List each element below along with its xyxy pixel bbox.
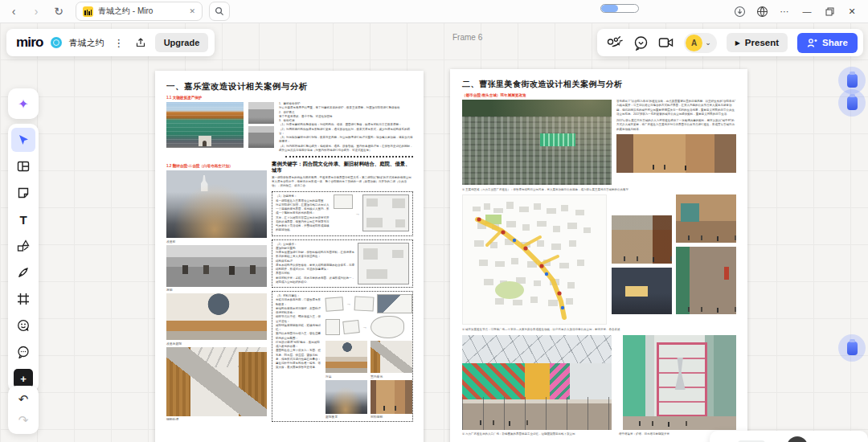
share-label: Share xyxy=(822,38,848,47)
select-tool[interactable] xyxy=(11,128,35,152)
comment-tool[interactable] xyxy=(11,340,35,364)
analysis-box-1-diagrams: → xyxy=(334,194,409,232)
analysis-box-2-plan xyxy=(358,243,409,284)
axon-sketches-row2: → xyxy=(326,316,412,338)
board-document-poster2[interactable]: 二、曹张里美食街改造设计相关案例与分析 （都市合院·南头古城）双年展展览改造 首… xyxy=(450,69,747,442)
browser-tab[interactable]: 青城之约 - Miro ✕ xyxy=(76,2,203,21)
photo-detail-1-caption: 厅堂 xyxy=(326,374,367,379)
window-restore-button[interactable] xyxy=(820,2,839,21)
window-close-button[interactable]: ✕ xyxy=(842,2,862,21)
frame-icon xyxy=(17,293,30,305)
screenshot-root: ‹ › ↻ 青城之约 - Miro ✕ ⋯ — ✕ xyxy=(0,0,868,442)
frame-tool[interactable] xyxy=(11,287,35,311)
board-menu-button[interactable]: ⋮ xyxy=(112,37,126,49)
present-label: Present xyxy=(745,38,779,47)
undo-button[interactable]: ↶ xyxy=(11,389,35,410)
browser-profile-button[interactable] xyxy=(752,2,772,21)
axon-sketches-row1: → xyxy=(326,294,412,313)
tab-title: 青城之约 - Miro xyxy=(98,6,184,17)
poster1-section2-label: 1.2 翻转合院-二合院（白塔寺再生计划） xyxy=(166,164,267,168)
help-button[interactable]: ? xyxy=(787,436,808,442)
collaborator-cursor-3 xyxy=(838,334,866,362)
poster2-caption-2: ① 城市策展改造节点：沿报德广场—十字街—大家乐舞台形成改造动线，以小尺度介入激… xyxy=(462,328,736,332)
poster2-title: 二、曹张里美食街改造设计相关案例与分析 xyxy=(462,79,736,90)
globe-icon xyxy=(756,6,768,18)
progress-fill xyxy=(601,5,618,12)
templates-icon xyxy=(17,160,30,173)
poster1-title: 一、嘉乐堂改造设计相关案例与分析 xyxy=(166,81,413,92)
analysis-box-1: （1）功能置换： 将一进院改造为主要居住空间的起居室 对老宅院进行加固，在屋顶与… xyxy=(272,191,413,235)
poster2-paragraph-2: 2017年双年展在南头古城的介入为村落改造提供了一次难得共建的契机，都市实践以“… xyxy=(616,119,736,132)
redo-button[interactable]: ↷ xyxy=(11,410,35,431)
share-button[interactable]: Share xyxy=(797,33,858,53)
poster2-section-label: （都市合院·南头古城）双年展展览改造 xyxy=(462,93,736,97)
photo-detail-4 xyxy=(371,380,412,414)
stickers-tool[interactable] xyxy=(11,313,35,338)
chevron-down-icon: ⌄ xyxy=(705,39,711,47)
photo-detail-2 xyxy=(371,341,412,373)
sticky-note-tool[interactable] xyxy=(11,181,35,205)
photo-detail-4-caption: 材料细部 xyxy=(371,415,412,419)
cursor-icon xyxy=(17,133,30,146)
photo-caption-before: 改造前 xyxy=(166,239,267,244)
poster1-section1-label: 1.1 文物建筑遗产保护 xyxy=(166,96,413,100)
video-camera-icon xyxy=(658,36,674,49)
photo-courtyard-skylight xyxy=(166,293,267,340)
download-button[interactable] xyxy=(730,2,749,21)
photo-archive-bw-2 xyxy=(248,126,274,148)
pen-tool[interactable] xyxy=(11,260,35,284)
present-button[interactable]: ▶ Present xyxy=(727,33,788,52)
upgrade-button[interactable]: Upgrade xyxy=(155,33,209,52)
templates-tool[interactable] xyxy=(11,154,35,178)
board-visibility-icon xyxy=(51,37,62,48)
export-icon xyxy=(135,37,146,48)
comments-button[interactable] xyxy=(633,35,649,51)
text-tool[interactable]: T xyxy=(11,207,35,231)
photo-pagoda-dusk xyxy=(166,170,267,238)
window-controls: ⋯ — ✕ xyxy=(730,0,868,23)
photo-archive-bw-1 xyxy=(248,102,274,124)
search-button[interactable] xyxy=(209,2,230,21)
export-button[interactable] xyxy=(133,37,148,48)
restore-icon xyxy=(825,7,834,16)
progress-indicator xyxy=(600,4,639,13)
analysis-box-2-text: （2）空间操作： 屋顶拆解与重构 对原有坡屋顶进行拆解，保留檩椽结构与瓦面材料，… xyxy=(276,243,354,285)
miro-logo[interactable]: miro xyxy=(16,35,43,51)
photo-caption-original: 原貌 xyxy=(166,288,267,292)
site-map-svg xyxy=(463,195,606,324)
miro-canvas[interactable]: 一、嘉乐堂改造设计相关案例与分析 1.1 文物建筑遗产保护 1、建筑修缮保护 对… xyxy=(0,23,868,442)
reactions-fireworks-icon xyxy=(607,35,623,50)
window-minimize-button[interactable]: — xyxy=(797,2,817,21)
text-icon: T xyxy=(19,213,27,227)
photo-detail-2-caption: 室内采光 xyxy=(371,374,412,379)
photo-tower-installation xyxy=(623,335,736,430)
photo-caption-after: 改造后庭院 xyxy=(166,342,267,346)
photo-green-shop-alley xyxy=(676,247,736,314)
browser-reload-button[interactable]: ↻ xyxy=(50,2,68,20)
ai-assist-button[interactable]: ✦ xyxy=(8,88,39,119)
plus-icon: + xyxy=(20,373,27,385)
photo-mural-alley xyxy=(676,194,736,243)
chat-bubble-icon xyxy=(633,35,649,51)
photo-temple-renovation xyxy=(166,102,244,148)
creation-toolbar: T + xyxy=(8,124,39,392)
board-name[interactable]: 青城之约 xyxy=(69,37,104,49)
browser-back-button[interactable]: ‹ xyxy=(5,2,23,20)
search-icon xyxy=(215,6,224,16)
tab-close-icon[interactable]: ✕ xyxy=(189,7,195,15)
browser-forward-button[interactable]: › xyxy=(27,2,45,20)
play-icon: ▶ xyxy=(735,39,740,47)
photo-colorful-plaza xyxy=(462,335,612,430)
share-person-icon xyxy=(807,38,817,48)
photo-detail-1 xyxy=(326,341,367,373)
reactions-button[interactable] xyxy=(607,35,623,51)
board-document-poster1[interactable]: 一、嘉乐堂改造设计相关案例与分析 1.1 文物建筑遗产保护 1、建筑修缮保护 对… xyxy=(155,71,424,442)
video-call-button[interactable] xyxy=(658,35,674,51)
shapes-tool[interactable] xyxy=(11,234,35,258)
poster1-section1-body: 1、建筑修缮保护 对嘉乐堂原有格局予以尊重，基于对建筑本体的保护，恢复主体原貌，… xyxy=(279,102,413,153)
sticky-note-icon xyxy=(17,186,30,199)
shapes-icon xyxy=(17,239,30,252)
browser-menu-button[interactable]: ⋯ xyxy=(775,2,794,21)
frame-label[interactable]: Frame 6 xyxy=(452,33,482,42)
user-menu[interactable]: A ⌄ xyxy=(684,33,717,53)
